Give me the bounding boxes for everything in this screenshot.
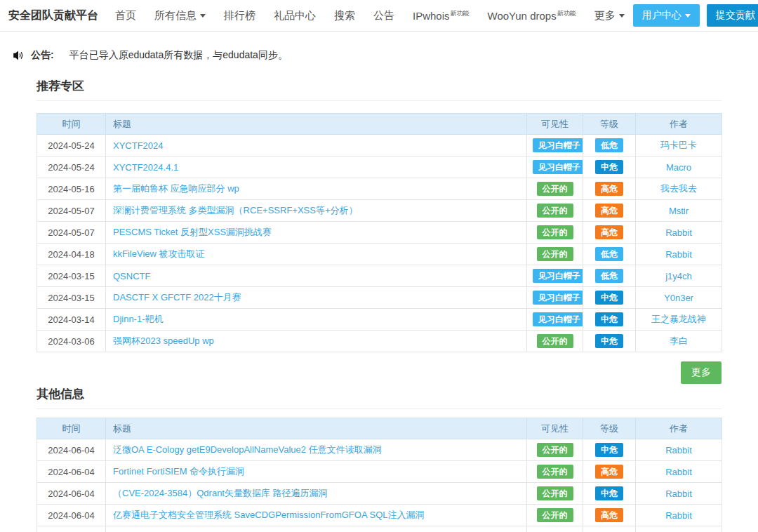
row-title-link[interactable]: 第一届帕鲁杯 应急响应部分 wp [113, 183, 239, 194]
nav-item-label: 排行榜 [224, 9, 255, 21]
level-badge: 高危 [595, 465, 623, 479]
divider [36, 100, 722, 101]
col-header-level: 等级 [583, 114, 636, 135]
nav-item-label: 礼品中心 [274, 9, 316, 21]
table-row: 2024-06-04泛微OA E-Cology getE9DevelopAllN… [37, 439, 722, 461]
empty-cell [583, 526, 636, 532]
visibility-badge: 公开的 [537, 508, 573, 522]
table-row: 2024-06-04亿赛通电子文档安全管理系统 SaveCDGPermissio… [37, 505, 722, 526]
col-header-author: 作者 [636, 114, 722, 135]
recommended-table: 时间 标题 可见性 等级 作者 2024-05-24XYCTF2024见习白帽子… [36, 113, 722, 352]
level-badge: 中危 [595, 291, 623, 305]
visibility-badge: 见习白帽子 [533, 269, 583, 283]
table-row: 2024-03-15DASCTF X GFCTF 2022十月赛见习白帽子中危Y… [37, 287, 722, 309]
row-date: 2024-06-04 [37, 461, 106, 483]
visibility-badge: 见习白帽子 [533, 138, 583, 152]
row-title-link[interactable]: 强网杯2023 speedUp wp [113, 335, 214, 346]
visibility-badge: 见习白帽子 [533, 312, 583, 326]
nav-item-label: 所有信息 [154, 9, 197, 21]
row-title-link[interactable]: QSNCTF [113, 271, 150, 281]
row-title-link[interactable]: PESCMS Ticket 反射型XSS漏洞挑战赛 [113, 227, 272, 237]
more-button[interactable]: 更多 [681, 361, 722, 384]
visibility-badge: 公开的 [537, 465, 573, 479]
table-row: 2024-05-07PESCMS Ticket 反射型XSS漏洞挑战赛公开的高危… [37, 222, 722, 244]
row-title-link[interactable]: Fortinet FortiSIEM 命令执行漏洞 [113, 466, 244, 477]
author-link[interactable]: Mstir [669, 206, 689, 216]
chevron-down-icon [685, 14, 691, 18]
section-title-other: 其他信息 [36, 387, 722, 401]
table-row: 2024-06-04Fortinet FortiSIEM 命令执行漏洞公开的高危… [37, 461, 722, 483]
nav-item-6[interactable]: IPwhois新功能 [413, 9, 470, 22]
other-table: 时间 标题 可见性 等级 作者 2024-06-04泛微OA E-Cology … [36, 418, 722, 532]
section-title-recommended: 推荐专区 [36, 79, 722, 93]
author-link[interactable]: Y0n3er [664, 293, 693, 303]
row-date: 2024-05-07 [37, 222, 106, 244]
author-link[interactable]: 李白 [670, 335, 688, 346]
chevron-down-icon [619, 14, 625, 18]
table-row [37, 526, 722, 532]
submit-contribution-button[interactable]: 提交贡献 [707, 4, 758, 27]
nav-item-0[interactable]: 首页 [115, 9, 136, 22]
table-row: 2024-05-24XYCTF2024见习白帽子低危玛卡巴卡 [37, 135, 722, 157]
visibility-badge: 公开的 [537, 247, 573, 261]
author-link[interactable]: Rabbit [665, 510, 692, 521]
nav-item-7[interactable]: WooYun drops新功能 [488, 9, 576, 22]
author-link[interactable]: Rabbit [665, 227, 692, 238]
row-date: 2024-03-06 [37, 331, 106, 352]
author-link[interactable]: Macro [666, 162, 691, 173]
nav-item-label: IPwhois [413, 10, 450, 22]
user-center-button[interactable]: 用户中心 [633, 4, 700, 27]
level-badge: 高危 [595, 225, 623, 239]
table-row: 2024-04-18kkFileView 被攻击取证公开的低危Rabbit [37, 244, 722, 265]
visibility-badge: 见习白帽子 [533, 291, 583, 305]
author-link[interactable]: Rabbit [665, 445, 692, 455]
level-badge: 高危 [595, 204, 623, 218]
nav-item-2[interactable]: 排行榜 [224, 9, 255, 22]
col-header-time: 时间 [37, 418, 106, 439]
top-nav: 安全团队贡献平台 首页所有信息排行榜礼品中心搜索公告IPwhois新功能WooY… [0, 0, 758, 32]
visibility-badge: 公开的 [537, 334, 573, 348]
visibility-badge: 公开的 [537, 486, 573, 500]
level-badge: 中危 [595, 443, 623, 457]
nav-buttons: 用户中心 提交贡献 [633, 4, 758, 27]
col-header-title: 标题 [106, 418, 527, 439]
col-header-author: 作者 [636, 418, 722, 439]
empty-cell [527, 526, 583, 532]
nav-item-8[interactable]: 更多 [594, 9, 625, 22]
visibility-badge: 公开的 [537, 443, 573, 457]
row-title-link[interactable]: 深澜计费管理系统 多类型漏洞（RCE+SSRF+XSS等+分析） [113, 205, 358, 215]
table-row: 2024-03-14Djinn-1-靶机见习白帽子中危王之暴龙战神 [37, 309, 722, 331]
table-header-row: 时间 标题 可见性 等级 作者 [37, 114, 722, 135]
row-title-link[interactable]: （CVE-2024-3584）Qdrant矢量数据库 路径遍历漏洞 [113, 488, 328, 498]
row-date: 2024-05-07 [37, 200, 106, 222]
visibility-badge: 公开的 [537, 225, 573, 239]
row-title-link[interactable]: 泛微OA E-Cology getE9DevelopAllNameValue2 … [113, 444, 382, 455]
author-link[interactable]: 王之暴龙战神 [651, 314, 706, 324]
author-link[interactable]: Rabbit [665, 249, 692, 260]
table-row: 2024-05-16第一届帕鲁杯 应急响应部分 wp公开的高危我去我去 [37, 178, 722, 200]
author-link[interactable]: j1y4ch [665, 271, 692, 281]
col-header-visibility: 可见性 [527, 114, 583, 135]
more-row: 更多 [36, 361, 722, 384]
row-title-link[interactable]: 亿赛通电子文档安全管理系统 SaveCDGPermissionFromGFOA … [113, 510, 425, 520]
author-link[interactable]: Rabbit [665, 467, 692, 477]
nav-item-5[interactable]: 公告 [373, 9, 394, 22]
nav-item-4[interactable]: 搜索 [334, 9, 355, 22]
nav-item-label: 更多 [594, 9, 616, 21]
author-link[interactable]: 玛卡巴卡 [660, 140, 697, 150]
recommended-table-body: 2024-05-24XYCTF2024见习白帽子低危玛卡巴卡2024-05-24… [37, 135, 722, 352]
level-badge: 中危 [595, 160, 623, 174]
row-title-link[interactable]: DASCTF X GFCTF 2022十月赛 [113, 292, 241, 302]
row-title-link[interactable]: XYCTF2024 [113, 140, 164, 151]
author-link[interactable]: Rabbit [665, 488, 692, 499]
nav-item-3[interactable]: 礼品中心 [274, 9, 316, 22]
row-date: 2024-05-24 [37, 135, 106, 157]
row-title-link[interactable]: Djinn-1-靶机 [113, 314, 164, 324]
row-title-link[interactable]: kkFileView 被攻击取证 [113, 248, 205, 259]
brand-logo[interactable]: 安全团队贡献平台 [8, 8, 98, 23]
row-title-link[interactable]: XYCTF2024.4.1 [113, 162, 178, 173]
nav-item-1[interactable]: 所有信息 [154, 9, 206, 22]
new-feature-badge: 新功能 [557, 10, 576, 17]
author-link[interactable]: 我去我去 [660, 183, 697, 194]
level-badge: 中危 [595, 334, 623, 348]
